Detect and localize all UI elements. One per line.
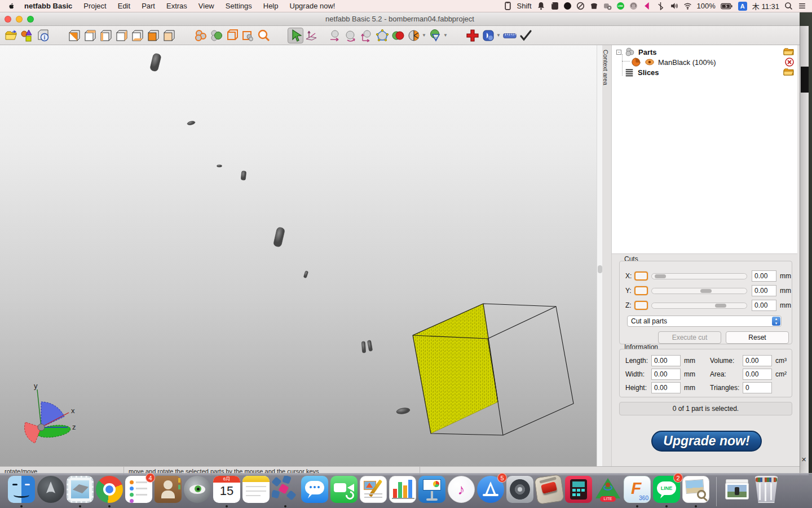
cut-z-slider-handle[interactable] [715, 304, 726, 308]
creative-cloud-icon[interactable] [629, 2, 638, 10]
title-bar[interactable]: netfabb Basic 5.2 - bomberman04.fabbproj… [0, 12, 800, 26]
part-info-icon[interactable]: i [35, 28, 51, 43]
add-part-icon[interactable] [19, 28, 35, 43]
coffee-cup-icon[interactable] [590, 2, 598, 10]
load-slice-icon[interactable] [783, 68, 794, 76]
circle-app-icon[interactable] [564, 2, 571, 10]
circle-slash-icon[interactable] [576, 2, 585, 10]
platform-cube[interactable] [413, 304, 573, 435]
dock-switch-app-icon[interactable] [536, 476, 563, 503]
volume-field[interactable]: 0.00 [743, 355, 772, 366]
menubar-clock[interactable]: 木 11:31 [752, 1, 779, 11]
load-part-icon[interactable] [783, 47, 794, 56]
cut-x-value-field[interactable]: 0.00 [752, 270, 776, 282]
repair-tool-dropdown-arrow[interactable]: ▼ [443, 33, 449, 38]
cut-z-slider[interactable] [651, 303, 747, 309]
cut-x-slider-handle[interactable] [655, 274, 666, 278]
execute-cut-button[interactable]: Execute cut [658, 331, 721, 344]
spotlight-search-icon[interactable] [784, 2, 793, 10]
view-isometric-icon[interactable] [161, 28, 177, 43]
tree-item-slices[interactable]: Slices [616, 67, 659, 77]
show-all-parts-icon[interactable] [193, 28, 209, 43]
bell-icon[interactable] [537, 2, 545, 10]
dock-chrome-icon[interactable] [96, 476, 123, 503]
dock-contacts-icon[interactable] [155, 476, 182, 503]
dock-keynote-icon[interactable] [418, 476, 445, 503]
tree-expander-icon[interactable]: - [616, 50, 621, 55]
apple-menu-icon[interactable] [8, 2, 15, 10]
cut-z-value-field[interactable]: 0.00 [752, 300, 776, 311]
menu-upgrade-now[interactable]: Upgrade now! [284, 2, 341, 10]
scale-part-tool-icon[interactable] [359, 28, 374, 43]
cut-tool-dropdown-arrow[interactable]: ▼ [422, 33, 427, 38]
measure-tool-icon[interactable] [502, 28, 518, 43]
viewport-3d[interactable]: y x z [0, 45, 597, 466]
rotate-part-tool-icon[interactable] [343, 28, 359, 43]
area-field[interactable]: 0.00 [743, 369, 772, 380]
dock-pages-icon[interactable] [360, 476, 387, 503]
dock-pyramid-lite-icon[interactable]: LITE [594, 476, 621, 503]
dock-phone-app-icon[interactable] [565, 476, 592, 503]
clipboard-status-icon[interactable] [504, 2, 512, 10]
wifi-icon[interactable] [683, 2, 692, 10]
context-area-tab[interactable]: Context area [602, 45, 612, 466]
visibility-eye-icon[interactable] [645, 57, 655, 67]
dock-reminders-icon[interactable]: 4 [125, 476, 152, 503]
move-part-tool-icon[interactable] [327, 28, 343, 43]
cut-mode-select[interactable]: Cut all parts ▲▼ [627, 316, 782, 327]
rotate-move-tool-icon[interactable] [303, 28, 319, 43]
height-field[interactable]: 0.00 [651, 382, 681, 393]
repair-tool-icon[interactable]: ! [427, 28, 443, 43]
menu-edit[interactable]: Edit [112, 2, 136, 10]
evernote-icon[interactable] [550, 2, 559, 10]
dock-launchpad-icon[interactable] [37, 476, 64, 503]
blue-tool-dropdown-arrow[interactable]: ▼ [496, 33, 502, 38]
line-menubar-icon[interactable]: LINE [617, 2, 624, 10]
dock-app-store-icon[interactable]: 5 [477, 476, 504, 503]
input-source-indicator[interactable]: A [738, 2, 747, 11]
dock-camerabag-icon[interactable] [184, 476, 211, 503]
menu-part[interactable]: Part [136, 2, 161, 10]
menu-app-name[interactable]: netfabb Basic [19, 2, 78, 10]
menu-help[interactable]: Help [258, 2, 284, 10]
triangles-field[interactable]: 0 [743, 382, 772, 393]
select-stepper-icon[interactable]: ▲▼ [772, 317, 780, 326]
tree-item-manblack[interactable]: ManBlack (100%) [631, 57, 716, 67]
dock-fusion-360-icon[interactable]: F360 [624, 476, 651, 503]
cut-x-slider[interactable] [651, 273, 747, 279]
tree-parts-label[interactable]: Parts [638, 48, 657, 56]
zoom-to-all-icon[interactable] [224, 28, 240, 43]
show-selected-parts-icon[interactable] [209, 28, 224, 43]
dock-system-preferences-icon[interactable] [506, 476, 533, 503]
cut-y-toggle[interactable] [634, 286, 648, 295]
viewport-scrollbar[interactable] [597, 45, 602, 466]
menu-extras[interactable]: Extras [161, 2, 193, 10]
cut-z-toggle[interactable] [634, 301, 648, 310]
dock-mail-icon[interactable] [67, 476, 94, 503]
blue-tool-icon[interactable] [480, 28, 496, 43]
menu-view[interactable]: View [193, 2, 220, 10]
apply-checkmark-icon[interactable] [518, 28, 533, 43]
dock-finder-icon[interactable] [8, 476, 35, 503]
cut-y-value-field[interactable]: 0.00 [752, 285, 776, 296]
tree-item-parts[interactable]: - Parts [616, 47, 657, 57]
dice-status-icon[interactable] [603, 2, 612, 10]
cut-y-slider[interactable] [651, 288, 747, 294]
view-right-icon[interactable] [114, 28, 130, 43]
dock-messages-icon[interactable] [301, 476, 328, 503]
view-back-icon[interactable] [82, 28, 98, 43]
tree-manblack-label[interactable]: ManBlack (100%) [658, 58, 716, 67]
select-tool-button[interactable] [288, 28, 303, 43]
tree-slices-label[interactable]: Slices [638, 68, 659, 77]
cut-x-toggle[interactable] [634, 271, 648, 281]
view-bottom-icon[interactable] [145, 28, 161, 43]
convex-hull-tool-icon[interactable] [374, 28, 390, 43]
length-field[interactable]: 0.00 [651, 355, 681, 366]
volume-icon[interactable] [670, 2, 678, 10]
upgrade-now-button[interactable]: Upgrade now! [651, 431, 762, 452]
menu-settings[interactable]: Settings [220, 2, 258, 10]
boolean-tool-icon[interactable] [390, 28, 406, 43]
dock-documents-stack-icon[interactable] [723, 476, 751, 503]
shift-status-label[interactable]: Shift [517, 2, 532, 10]
remove-part-icon[interactable] [785, 58, 794, 67]
